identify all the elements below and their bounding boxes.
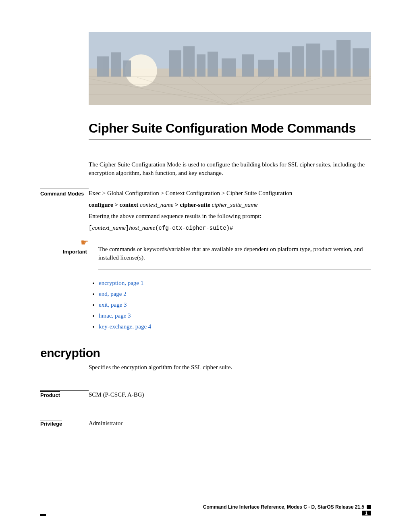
command-modes-content: Exec > Global Configuration > Context Co… bbox=[89, 189, 371, 235]
toc-item: end, page 2 bbox=[99, 291, 371, 297]
svg-rect-14 bbox=[292, 46, 304, 77]
toc-item: encryption, page 1 bbox=[99, 280, 371, 287]
important-text: The commands or keywords/variables that … bbox=[98, 240, 371, 270]
command-modes-label: Command Modes bbox=[40, 189, 89, 197]
pointing-hand-icon: ☛ bbox=[81, 237, 89, 248]
page-footer: Command Line Interface Reference, Modes … bbox=[40, 504, 371, 516]
svg-rect-16 bbox=[322, 50, 334, 77]
svg-rect-15 bbox=[306, 44, 320, 77]
svg-rect-7 bbox=[183, 46, 195, 77]
toc-link-encryption[interactable]: encryption, page 1 bbox=[99, 280, 143, 286]
important-note: ☛ Important The commands or keywords/var… bbox=[81, 240, 371, 270]
hero-banner bbox=[89, 32, 371, 105]
section-heading-encryption: encryption bbox=[40, 346, 371, 360]
footer-right: Command Line Interface Reference, Modes … bbox=[203, 504, 371, 516]
product-label: Product bbox=[40, 390, 89, 398]
footer-left-mark bbox=[40, 508, 46, 516]
product-value: SCM (P-CSCF, A-BG) bbox=[89, 390, 371, 399]
svg-rect-9 bbox=[208, 52, 218, 77]
intro-paragraph: The Cipher Suite Configuration Mode is u… bbox=[89, 160, 371, 177]
svg-rect-17 bbox=[336, 40, 351, 77]
svg-rect-3 bbox=[97, 56, 109, 77]
table-of-contents: encryption, page 1 end, page 2 exit, pag… bbox=[99, 280, 371, 330]
svg-rect-11 bbox=[242, 54, 254, 77]
toc-item: key-exchange, page 4 bbox=[99, 323, 371, 330]
svg-rect-6 bbox=[169, 50, 181, 77]
svg-rect-5 bbox=[123, 60, 131, 77]
page-number: 1 bbox=[362, 511, 371, 515]
page-title: Cipher Suite Configuration Mode Commands bbox=[89, 121, 371, 140]
encryption-description: Specifies the encryption algorithm for t… bbox=[89, 364, 371, 371]
toc-link-exit[interactable]: exit, page 3 bbox=[99, 301, 127, 308]
privilege-value: Administrator bbox=[89, 419, 371, 428]
footer-square-icon bbox=[367, 505, 371, 509]
svg-rect-13 bbox=[278, 52, 290, 77]
toc-link-end[interactable]: end, page 2 bbox=[99, 291, 127, 297]
svg-rect-10 bbox=[222, 58, 236, 77]
svg-rect-12 bbox=[258, 60, 274, 77]
toc-link-key-exchange[interactable]: key-exchange, page 4 bbox=[99, 323, 151, 330]
toc-item: hmac, page 3 bbox=[99, 312, 371, 319]
svg-rect-8 bbox=[197, 54, 206, 77]
toc-link-hmac[interactable]: hmac, page 3 bbox=[99, 312, 131, 319]
svg-rect-4 bbox=[111, 52, 121, 77]
privilege-label: Privilege bbox=[40, 419, 89, 427]
toc-item: exit, page 3 bbox=[99, 301, 371, 308]
important-label: Important bbox=[63, 249, 87, 255]
svg-rect-18 bbox=[353, 48, 369, 77]
